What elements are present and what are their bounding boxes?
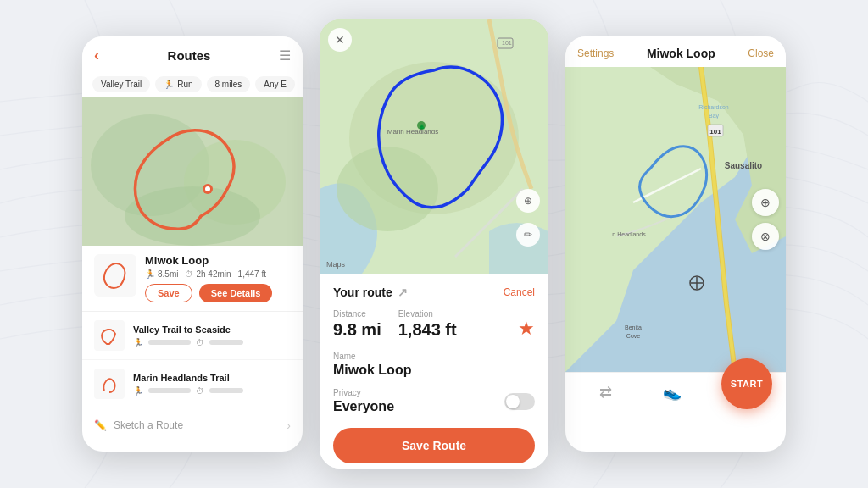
featured-route-card: Miwok Loop 🏃 8.5mi ⏱ 2h 42min 1,447 ft bbox=[82, 246, 303, 312]
detail-map[interactable]: 101 Sausalito n Headlands Richardson Bay… bbox=[565, 67, 786, 372]
save-button[interactable]: Save bbox=[145, 284, 192, 302]
back-button[interactable]: ‹ bbox=[94, 47, 99, 64]
distance-icon: 🏃 bbox=[145, 269, 155, 279]
route-share-icon: ↗ bbox=[398, 286, 408, 299]
start-button[interactable]: START bbox=[721, 358, 772, 409]
svg-text:101: 101 bbox=[709, 128, 721, 136]
filter-label: 8 miles bbox=[215, 80, 242, 89]
featured-distance: 8.5mi bbox=[158, 269, 178, 279]
locate-button[interactable]: ⊕ bbox=[516, 189, 540, 213]
settings-link[interactable]: Settings bbox=[577, 47, 614, 59]
close-icon: ✕ bbox=[335, 33, 345, 47]
name-field-value[interactable]: Miwok Loop bbox=[333, 363, 535, 378]
maps-watermark: Maps bbox=[326, 260, 345, 269]
activity-nav-icon[interactable]: 👟 bbox=[656, 380, 688, 405]
filter-elevation[interactable]: Any E bbox=[255, 76, 295, 92]
route-nav-icon[interactable]: ⇄ bbox=[593, 380, 619, 405]
route-map-small[interactable] bbox=[82, 97, 303, 246]
compass-button[interactable]: ⊕ bbox=[752, 189, 779, 216]
featured-route-name: Miwok Loop bbox=[145, 254, 291, 267]
map-controls: ⊕ ⊗ bbox=[752, 189, 779, 250]
list-thumbnail-1 bbox=[94, 320, 125, 351]
sketch-label: ✏️ Sketch a Route bbox=[94, 419, 183, 431]
sketch-text: Sketch a Route bbox=[114, 419, 183, 431]
list-route-name-1: Valley Trail to Seaside bbox=[133, 324, 291, 335]
featured-elevation: 1,447 ft bbox=[238, 269, 266, 279]
svg-text:n Headlands: n Headlands bbox=[612, 231, 646, 237]
screens-container: ‹ Routes ☰ Valley Trail 🏃 Run 8 miles An… bbox=[65, 0, 803, 488]
stats-left: Distance 9.8 mi Elevation 1,843 ft bbox=[333, 309, 457, 340]
elevation-block: Elevation 1,843 ft bbox=[398, 309, 457, 340]
svg-text:Bay: Bay bbox=[709, 113, 720, 119]
filter-label: Run bbox=[177, 80, 192, 89]
layers-button[interactable]: ⊗ bbox=[752, 223, 779, 250]
routes-list-screen: ‹ Routes ☰ Valley Trail 🏃 Run 8 miles An… bbox=[82, 36, 303, 452]
panel-header: Your route ↗ Cancel bbox=[333, 286, 535, 299]
time-icon: ⏱ bbox=[185, 269, 193, 279]
edit-route-button[interactable]: ✏ bbox=[516, 223, 540, 247]
name-field-group: Name Miwok Loop bbox=[333, 352, 535, 378]
pencil-icon: ✏️ bbox=[94, 419, 107, 431]
route-detail-screen: Settings Miwok Loop Close 101 bbox=[565, 36, 786, 452]
list-route-name-2: Marin Headlands Trail bbox=[133, 373, 291, 383]
route-icon: ⇄ bbox=[599, 383, 612, 402]
distance-label: Distance bbox=[333, 309, 381, 319]
detail-header: Settings Miwok Loop Close bbox=[565, 36, 786, 67]
elevation-label: Elevation bbox=[398, 309, 457, 319]
list-item-2[interactable]: Marin Headlands Trail 🏃 ⏱ bbox=[82, 360, 303, 408]
list-route-info-1: Valley Trail to Seaside 🏃 ⏱ bbox=[133, 324, 291, 347]
run-icon: 🏃 bbox=[164, 80, 174, 89]
list-route-stats-1: 🏃 ⏱ bbox=[133, 338, 291, 347]
svg-text:Sausalito: Sausalito bbox=[725, 161, 762, 170]
svg-text:🌲: 🌲 bbox=[419, 124, 426, 130]
svg-rect-9 bbox=[94, 369, 125, 399]
routes-header: ‹ Routes ☰ bbox=[82, 36, 303, 71]
list-item-1[interactable]: Valley Trail to Seaside 🏃 ⏱ bbox=[82, 312, 303, 360]
shoe-icon: 👟 bbox=[663, 383, 682, 402]
detail-screen-title: Miwok Loop bbox=[647, 47, 715, 60]
privacy-toggle[interactable] bbox=[504, 393, 535, 410]
svg-rect-8 bbox=[94, 320, 125, 351]
name-field-label: Name bbox=[333, 352, 535, 361]
layers-icon: ⊗ bbox=[760, 230, 771, 243]
sketch-route-row[interactable]: ✏️ Sketch a Route › bbox=[82, 408, 303, 442]
privacy-label: Privacy bbox=[333, 388, 394, 397]
your-route-label: Your route ↗ bbox=[333, 286, 408, 299]
privacy-row: Privacy Everyone bbox=[333, 388, 535, 414]
filter-run[interactable]: 🏃 Run bbox=[155, 76, 201, 92]
route-editor-screen: 101 Marin Headlands 🌲 ✕ ⊕ ✏ Maps bbox=[320, 19, 548, 469]
filter-miles[interactable]: 8 miles bbox=[207, 76, 251, 92]
list-thumbnail-2 bbox=[94, 369, 125, 399]
compass-icon: ⊕ bbox=[760, 196, 771, 209]
distance-value: 9.8 mi bbox=[333, 320, 381, 340]
svg-rect-7 bbox=[94, 254, 136, 297]
filter-label: Any E bbox=[264, 80, 287, 89]
close-map-button[interactable]: ✕ bbox=[328, 28, 352, 52]
elevation-value: 1,843 ft bbox=[398, 320, 457, 340]
route-detail-panel: Your route ↗ Cancel Distance 9.8 mi Elev… bbox=[320, 274, 548, 469]
featured-route-info: Miwok Loop 🏃 8.5mi ⏱ 2h 42min 1,447 ft bbox=[145, 254, 291, 302]
start-label: START bbox=[731, 379, 763, 389]
routes-title: Routes bbox=[168, 48, 211, 63]
route-stats-row: Distance 9.8 mi Elevation 1,843 ft ★ bbox=[333, 309, 535, 340]
svg-text:101: 101 bbox=[502, 40, 512, 46]
locate-icon: ⊕ bbox=[524, 195, 532, 207]
menu-icon[interactable]: ☰ bbox=[279, 47, 291, 64]
filter-valley-trail[interactable]: Valley Trail bbox=[92, 76, 150, 92]
privacy-value: Everyone bbox=[333, 399, 394, 414]
see-details-button[interactable]: See Details bbox=[199, 284, 273, 302]
svg-text:Marin Headlands: Marin Headlands bbox=[387, 128, 438, 136]
cancel-link[interactable]: Cancel bbox=[504, 286, 535, 298]
close-detail-link[interactable]: Close bbox=[748, 47, 774, 59]
route-editor-map[interactable]: 101 Marin Headlands 🌲 ✕ ⊕ ✏ Maps bbox=[320, 19, 548, 274]
route-thumbnail bbox=[94, 254, 136, 297]
svg-text:Benita: Benita bbox=[625, 324, 642, 330]
favorite-star-icon[interactable]: ★ bbox=[518, 318, 535, 340]
distance-block: Distance 9.8 mi bbox=[333, 309, 381, 340]
list-route-info-2: Marin Headlands Trail 🏃 ⏱ bbox=[133, 373, 291, 396]
svg-point-12 bbox=[337, 147, 438, 231]
featured-time: 2h 42min bbox=[196, 269, 231, 279]
save-route-button[interactable]: Save Route bbox=[333, 428, 535, 463]
list-route-stats-2: 🏃 ⏱ bbox=[133, 386, 291, 396]
privacy-left: Privacy Everyone bbox=[333, 388, 394, 414]
